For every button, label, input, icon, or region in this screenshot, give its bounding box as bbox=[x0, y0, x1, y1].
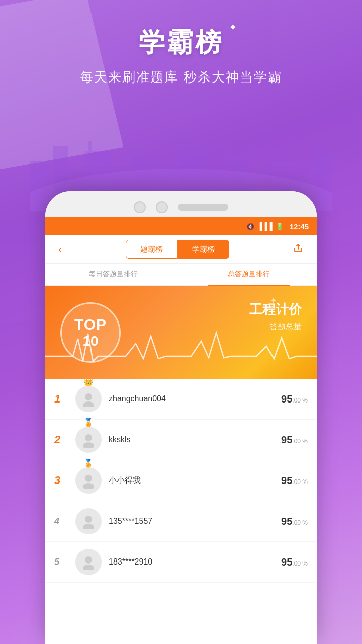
battery-icon: 🔋 bbox=[276, 223, 284, 230]
avatar-icon-5 bbox=[80, 554, 97, 570]
share-button[interactable] bbox=[289, 240, 308, 258]
rank-score-3: 95.00 % bbox=[281, 475, 308, 487]
sub-tab-daily[interactable]: 每日答题量排行 bbox=[45, 264, 181, 285]
sparkle-icon: ✦ bbox=[229, 21, 237, 33]
avatar-icon-4 bbox=[80, 513, 97, 529]
sparkle-decoration2: ✦ bbox=[252, 311, 256, 316]
rank-score-2: 95.00 % bbox=[281, 434, 308, 446]
score-small-4: .00 % bbox=[292, 519, 308, 526]
phone-camera-left bbox=[134, 201, 146, 213]
score-small-3: .00 % bbox=[292, 478, 308, 486]
signal-icon: ▐▐▐ bbox=[257, 222, 273, 230]
svg-rect-4 bbox=[88, 141, 92, 151]
rank-name-4: 135****1557 bbox=[109, 517, 281, 526]
rank-score-4: 95.00 % bbox=[281, 516, 308, 527]
avatar-2: 🏅 bbox=[75, 427, 102, 453]
phone-camera-right bbox=[156, 201, 168, 213]
header-area: 学霸榜 ✦ 每天来刷准题库 秒杀大神当学霸 bbox=[0, 25, 362, 86]
svg-point-18 bbox=[85, 393, 92, 400]
rank-name-1: zhangchuan004 bbox=[109, 394, 281, 404]
rank-number-2: 2 bbox=[54, 433, 68, 446]
rank-number-4: 4 bbox=[54, 516, 68, 527]
rank-number-5: 5 bbox=[54, 557, 68, 568]
avatar-3: 🏅 bbox=[75, 467, 102, 494]
score-big-3: 95 bbox=[281, 475, 292, 486]
sub-tab-total[interactable]: 总答题量排行 bbox=[181, 264, 317, 285]
avatar-1: 👑 bbox=[75, 386, 102, 412]
crown-icon-3: 🏅 bbox=[83, 458, 94, 468]
svg-point-24 bbox=[85, 516, 92, 523]
status-icons: 🔇 ▐▐▐ 🔋 12:45 bbox=[246, 222, 309, 231]
score-big-2: 95 bbox=[281, 434, 292, 445]
svg-point-23 bbox=[83, 483, 94, 489]
tab-tiba[interactable]: 题霸榜 bbox=[126, 240, 177, 259]
header-subtitle: 每天来刷准题库 秒杀大神当学霸 bbox=[0, 68, 362, 86]
avatar-icon-1 bbox=[80, 391, 97, 407]
svg-point-27 bbox=[83, 565, 94, 570]
banner-description: 答题总量 bbox=[249, 321, 302, 332]
app-content: 🔇 ▐▐▐ 🔋 12:45 ‹ 题霸榜 学霸榜 bbox=[45, 217, 317, 644]
phone-speaker bbox=[178, 204, 228, 211]
phone-top-bar bbox=[45, 191, 317, 217]
svg-rect-9 bbox=[178, 138, 184, 149]
phone-wrapper: 🔇 ▐▐▐ 🔋 12:45 ‹ 题霸榜 学霸榜 bbox=[45, 191, 317, 644]
rank-name-3: 小小得我 bbox=[109, 475, 281, 486]
rank-item-2: 2 🏅 kkskls 95.00 % bbox=[45, 420, 317, 460]
score-big-1: 95 bbox=[281, 393, 292, 405]
rank-name-2: kkskls bbox=[109, 435, 281, 444]
svg-point-26 bbox=[85, 556, 92, 564]
sub-tabs: 每日答题量排行 总答题量排行 bbox=[45, 264, 317, 286]
phone-frame: 🔇 ▐▐▐ 🔋 12:45 ‹ 题霸榜 学霸榜 bbox=[45, 191, 317, 644]
rank-name-5: 183****2910 bbox=[109, 557, 281, 567]
header-title: 学霸榜 ✦ bbox=[139, 25, 223, 60]
ecg-chart bbox=[45, 329, 317, 369]
nav-tabs: 题霸榜 学霸榜 bbox=[66, 240, 289, 259]
tab-xueba[interactable]: 学霸榜 bbox=[177, 240, 229, 259]
rank-item-5: 5 183****2910 95.00 % bbox=[45, 542, 317, 583]
status-time: 12:45 bbox=[290, 222, 309, 231]
rank-item-3: 3 🏅 小小得我 95.00 % bbox=[45, 460, 317, 501]
svg-point-19 bbox=[83, 401, 94, 407]
score-small-1: .00 % bbox=[292, 397, 308, 404]
mute-icon: 🔇 bbox=[246, 223, 254, 230]
rank-number-1: 1 bbox=[54, 392, 68, 406]
rank-item-1: 1 👑 zhangchuan004 95.00 % bbox=[45, 379, 317, 420]
avatar-icon-2 bbox=[80, 432, 97, 448]
score-small-2: .00 % bbox=[292, 438, 308, 445]
title-text: 学霸榜 bbox=[139, 28, 223, 57]
rank-score-1: 95.00 % bbox=[281, 393, 308, 405]
score-small-5: .00 % bbox=[292, 560, 308, 567]
rank-number-3: 3 bbox=[54, 474, 68, 487]
svg-point-22 bbox=[85, 475, 92, 482]
banner-info: 工程计价 答题总量 bbox=[249, 301, 302, 332]
score-big-5: 95 bbox=[281, 556, 292, 568]
rank-item-4: 4 135****1557 95.00 % bbox=[45, 501, 317, 542]
status-bar: 🔇 ▐▐▐ 🔋 12:45 bbox=[45, 217, 317, 235]
leaderboard: 1 👑 zhangchuan004 95.00 % 2 🏅 bbox=[45, 379, 317, 644]
svg-point-21 bbox=[83, 442, 94, 448]
nav-bar: ‹ 题霸榜 学霸榜 bbox=[45, 235, 317, 264]
crown-icon-2: 🏅 bbox=[83, 418, 94, 427]
sparkle-decoration: ✦ bbox=[270, 296, 277, 305]
avatar-4 bbox=[75, 508, 102, 534]
crown-icon-1: 👑 bbox=[83, 379, 94, 386]
avatar-icon-3 bbox=[80, 472, 97, 489]
score-big-4: 95 bbox=[281, 516, 292, 527]
svg-point-25 bbox=[83, 524, 94, 529]
avatar-5 bbox=[75, 549, 102, 575]
back-button[interactable]: ‹ bbox=[54, 241, 66, 258]
svg-point-20 bbox=[85, 434, 92, 441]
rank-score-5: 95.00 % bbox=[281, 556, 308, 568]
banner: TOP 10 工程计价 答题总量 ✦ ✦ bbox=[45, 286, 317, 379]
